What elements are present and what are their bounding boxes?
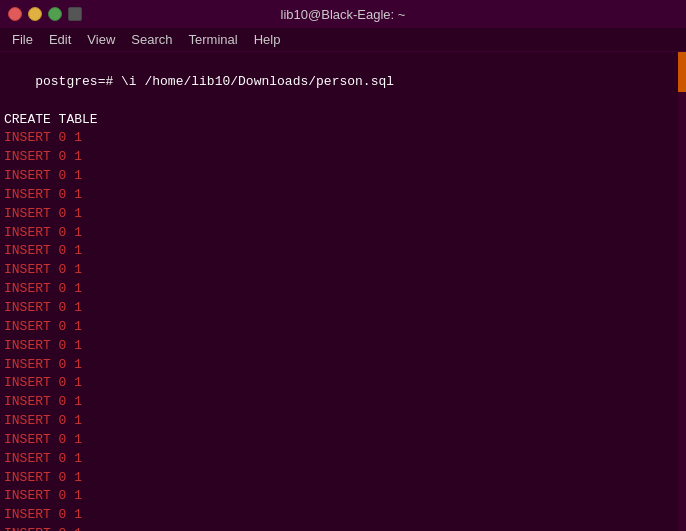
insert-line: INSERT 0 1 [4, 205, 682, 224]
insert-line: INSERT 0 1 [4, 487, 682, 506]
menu-terminal[interactable]: Terminal [181, 30, 246, 49]
insert-line: INSERT 0 1 [4, 506, 682, 525]
insert-line: INSERT 0 1 [4, 412, 682, 431]
title-bar: lib10@Black-Eagle: ~ [0, 0, 686, 28]
insert-line: INSERT 0 1 [4, 280, 682, 299]
insert-line: INSERT 0 1 [4, 129, 682, 148]
insert-line: INSERT 0 1 [4, 148, 682, 167]
create-table-line: CREATE TABLE [4, 111, 682, 130]
terminal-body[interactable]: postgres=# \i /home/lib10/Downloads/pers… [0, 52, 686, 531]
close-button[interactable] [8, 7, 22, 21]
insert-line: INSERT 0 1 [4, 525, 682, 531]
maximize-button[interactable] [48, 7, 62, 21]
menu-bar: File Edit View Search Terminal Help [0, 28, 686, 52]
insert-lines-container: INSERT 0 1INSERT 0 1INSERT 0 1INSERT 0 1… [4, 129, 682, 531]
insert-line: INSERT 0 1 [4, 469, 682, 488]
square-button[interactable] [68, 7, 82, 21]
prompt-line: postgres=# \i /home/lib10/Downloads/pers… [4, 54, 682, 111]
insert-line: INSERT 0 1 [4, 261, 682, 280]
insert-line: INSERT 0 1 [4, 450, 682, 469]
menu-view[interactable]: View [79, 30, 123, 49]
insert-line: INSERT 0 1 [4, 356, 682, 375]
insert-line: INSERT 0 1 [4, 431, 682, 450]
insert-line: INSERT 0 1 [4, 167, 682, 186]
insert-line: INSERT 0 1 [4, 242, 682, 261]
menu-help[interactable]: Help [246, 30, 289, 49]
menu-file[interactable]: File [4, 30, 41, 49]
insert-line: INSERT 0 1 [4, 337, 682, 356]
window-controls[interactable] [8, 7, 82, 21]
scrollbar-thumb[interactable] [678, 52, 686, 92]
insert-line: INSERT 0 1 [4, 374, 682, 393]
menu-search[interactable]: Search [123, 30, 180, 49]
insert-line: INSERT 0 1 [4, 224, 682, 243]
prompt-text: postgres=# \i /home/lib10/Downloads/pers… [35, 74, 394, 89]
insert-line: INSERT 0 1 [4, 186, 682, 205]
scrollbar[interactable] [678, 52, 686, 531]
insert-line: INSERT 0 1 [4, 299, 682, 318]
insert-line: INSERT 0 1 [4, 318, 682, 337]
window-title: lib10@Black-Eagle: ~ [281, 7, 406, 22]
menu-edit[interactable]: Edit [41, 30, 79, 49]
insert-line: INSERT 0 1 [4, 393, 682, 412]
minimize-button[interactable] [28, 7, 42, 21]
